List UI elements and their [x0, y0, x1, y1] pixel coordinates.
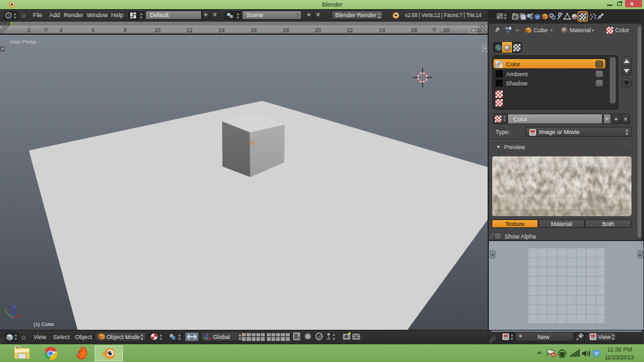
svg-text:▲: ▲ — [332, 332, 336, 336]
svg-text:▼: ▼ — [332, 337, 336, 341]
svg-text:z: z — [14, 304, 16, 309]
svg-text:y: y — [5, 308, 7, 313]
svg-text:i: i — [8, 13, 9, 18]
svg-text:8: 8 — [298, 335, 301, 340]
